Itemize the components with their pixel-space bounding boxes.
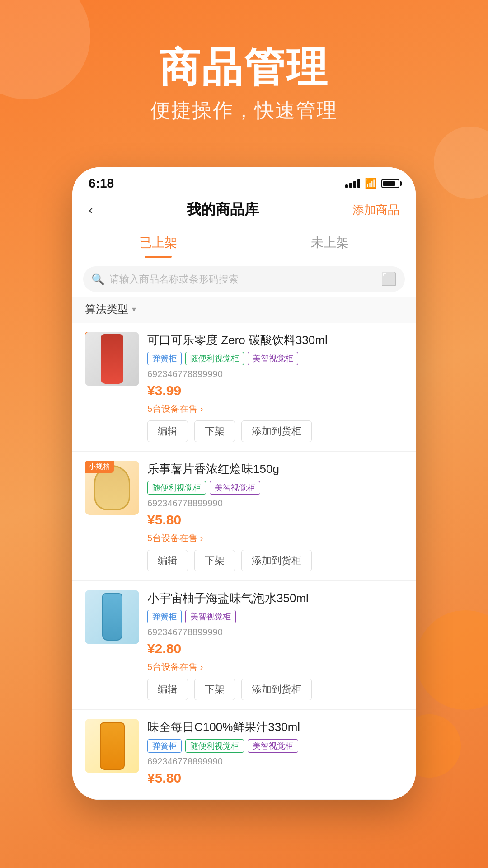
- product-barcode: 692346778899990: [147, 498, 403, 509]
- page-title: 我的商品库: [187, 200, 259, 220]
- product-tags: 弹簧柜随便利视觉柜美智视觉柜: [147, 739, 403, 753]
- product-action-button[interactable]: 添加到货柜: [241, 550, 312, 571]
- product-action-button[interactable]: 下架: [194, 420, 235, 442]
- product-tag: 美智视觉柜: [248, 352, 298, 365]
- product-info: 味全每日C100%鲜果汁330ml 弹簧柜随便利视觉柜美智视觉柜 6923467…: [147, 719, 403, 790]
- product-tag: 随便利视觉柜: [185, 739, 244, 753]
- product-name: 乐事薯片香浓红烩味150g: [147, 461, 403, 477]
- product-name: 小宇宙柚子海盐味气泡水350ml: [147, 590, 403, 606]
- product-tags: 弹簧柜随便利视觉柜美智视觉柜: [147, 352, 403, 365]
- product-tags: 弹簧柜美智视觉柜: [147, 610, 403, 623]
- header-area: 商品管理 便捷操作，快速管理: [0, 0, 488, 151]
- size-badge: 小规格: [85, 461, 114, 473]
- wifi-icon: 📶: [365, 178, 377, 189]
- product-action-button[interactable]: 添加到货柜: [241, 679, 312, 700]
- product-item: 小规格 乐事薯片香浓红烩味150g 随便利视觉柜美智视觉柜 6923467788…: [72, 452, 416, 580]
- product-item: 味全每日C100%鲜果汁330ml 弹簧柜随便利视觉柜美智视觉柜 6923467…: [72, 710, 416, 799]
- search-input[interactable]: 请输入商品名称或条形码搜索: [109, 273, 381, 286]
- product-tag: 美智视觉柜: [185, 610, 236, 623]
- product-action-button[interactable]: 编辑: [147, 420, 188, 442]
- product-info: 乐事薯片香浓红烩味150g 随便利视觉柜美智视觉柜 69234677889999…: [147, 461, 403, 571]
- product-barcode: 692346778899990: [147, 756, 403, 767]
- product-actions: 编辑下架添加到货柜: [147, 679, 403, 700]
- product-tag: 美智视觉柜: [248, 739, 298, 753]
- product-list: 小规格 可口可乐零度 Zero 碳酸饮料330ml 弹簧柜随便利视觉柜美智视觉柜…: [72, 323, 416, 800]
- back-button[interactable]: ‹: [89, 202, 93, 217]
- product-name: 可口可乐零度 Zero 碳酸饮料330ml: [147, 332, 403, 348]
- product-action-button[interactable]: 编辑: [147, 679, 188, 700]
- tab-off-shelf[interactable]: 未上架: [244, 227, 416, 258]
- product-barcode: 692346778899990: [147, 369, 403, 379]
- product-item: 小规格 可口可乐零度 Zero 碳酸饮料330ml 弹簧柜随便利视觉柜美智视觉柜…: [72, 323, 416, 452]
- product-price: ¥5.80: [147, 770, 403, 786]
- tab-on-shelf[interactable]: 已上架: [72, 227, 244, 258]
- product-image-wrap: 小规格: [85, 332, 139, 442]
- product-action-button[interactable]: 下架: [194, 550, 235, 571]
- product-image-wrap: 小规格: [85, 461, 139, 571]
- nav-bar: ‹ 我的商品库 添加商品: [72, 195, 416, 227]
- search-bar[interactable]: 🔍 请输入商品名称或条形码搜索 ⬜: [83, 266, 405, 292]
- product-image-wrap: [85, 719, 139, 790]
- product-info: 小宇宙柚子海盐味气泡水350ml 弹簧柜美智视觉柜 69234677889999…: [147, 590, 403, 700]
- product-tag: 随便利视觉柜: [185, 352, 244, 365]
- phone-mockup: 6:18 📶 ‹ 我的商品库 添加商品 已上架 未上架 🔍: [72, 167, 416, 800]
- product-action-button[interactable]: 下架: [194, 679, 235, 700]
- product-price: ¥2.80: [147, 641, 403, 656]
- filter-arrow-icon: ▾: [132, 304, 136, 314]
- product-name: 味全每日C100%鲜果汁330ml: [147, 719, 403, 735]
- product-barcode: 692346778899990: [147, 627, 403, 637]
- product-action-button[interactable]: 编辑: [147, 550, 188, 571]
- status-bar: 6:18 📶: [72, 167, 416, 195]
- status-icons: 📶: [345, 178, 399, 189]
- signal-icon: [345, 179, 360, 188]
- product-tag: 弹簧柜: [147, 739, 182, 753]
- product-info: 可口可乐零度 Zero 碳酸饮料330ml 弹簧柜随便利视觉柜美智视觉柜 692…: [147, 332, 403, 442]
- product-devices[interactable]: 5台设备在售 ›: [147, 661, 403, 673]
- tabs-bar: 已上架 未上架: [72, 227, 416, 258]
- product-devices[interactable]: 5台设备在售 ›: [147, 403, 403, 415]
- product-tag: 弹簧柜: [147, 610, 182, 623]
- filter-row: 算法类型 ▾: [72, 297, 416, 323]
- status-time: 6:18: [89, 176, 114, 191]
- scan-icon[interactable]: ⬜: [381, 272, 397, 287]
- search-icon: 🔍: [91, 273, 105, 286]
- product-item: 小宇宙柚子海盐味气泡水350ml 弹簧柜美智视觉柜 69234677889999…: [72, 581, 416, 710]
- product-devices[interactable]: 5台设备在售 ›: [147, 532, 403, 544]
- product-image-wrap: [85, 590, 139, 700]
- product-tag: 随便利视觉柜: [147, 481, 206, 495]
- header-subtitle: 便捷操作，快速管理: [0, 97, 488, 124]
- add-product-button[interactable]: 添加商品: [352, 202, 399, 218]
- product-tag: 弹簧柜: [147, 352, 182, 365]
- product-price: ¥3.99: [147, 383, 403, 398]
- bg-circle-3: [416, 610, 488, 710]
- product-action-button[interactable]: 添加到货柜: [241, 420, 312, 442]
- product-tag: 美智视觉柜: [210, 481, 260, 495]
- product-price: ¥5.80: [147, 512, 403, 528]
- product-actions: 编辑下架添加到货柜: [147, 550, 403, 571]
- header-title: 商品管理: [0, 45, 488, 90]
- product-tags: 随便利视觉柜美智视觉柜: [147, 481, 403, 495]
- product-actions: 编辑下架添加到货柜: [147, 420, 403, 442]
- filter-label[interactable]: 算法类型: [85, 302, 128, 316]
- battery-icon: [381, 179, 399, 188]
